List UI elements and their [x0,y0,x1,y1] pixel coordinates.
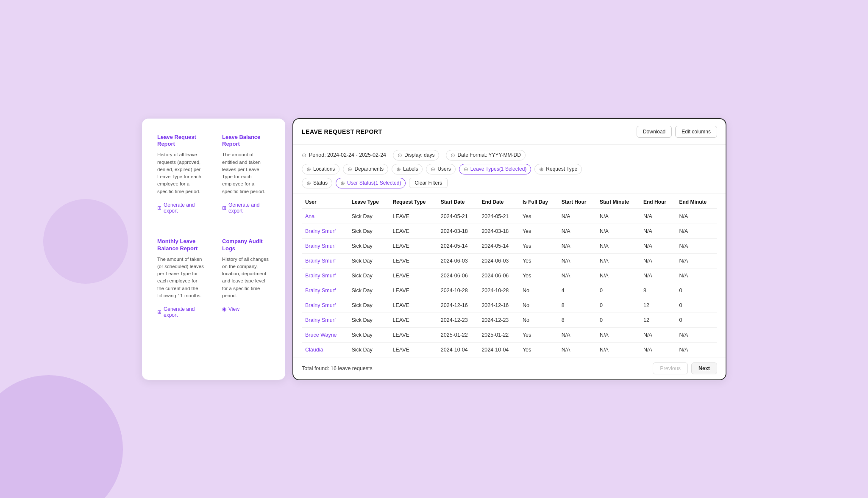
chip-icon: ⊕ [431,166,435,172]
display-icon: ⊙ [398,152,402,158]
cell-start_minute: 0 [596,283,640,298]
filter-chip-user-status(1-selected)[interactable]: ⊕User Status(1 Selected) [336,178,406,188]
cell-start_hour: 4 [558,283,596,298]
cell-end_date: 2025-01-22 [478,327,519,342]
filters-section: ⊙ Period: 2024-02-24 - 2025-02-24 ⊙ Disp… [293,145,726,194]
company-audit-logs-card: Company Audit Logs History of all change… [217,233,275,323]
cell-end_minute: 0 [676,298,718,313]
leave-balance-report-desc: The amount of entitled and taken leaves … [222,151,270,195]
display-value: Display: days [404,152,434,158]
col-header-start_hour: Start Hour [558,194,596,209]
cell-end_minute: N/A [676,342,718,357]
display-chip[interactable]: ⊙ Display: days [393,150,439,160]
cell-user[interactable]: Claudia [302,342,348,357]
period-row: ⊙ Period: 2024-02-24 - 2025-02-24 ⊙ Disp… [302,150,717,160]
cell-request_type: LEAVE [389,268,437,283]
cell-end_hour: 8 [640,283,676,298]
chip-icon: ⊕ [306,166,311,172]
filter-chip-status[interactable]: ⊕Status [302,178,332,188]
cell-is_full_day: Yes [519,209,558,224]
cell-request_type: LEAVE [389,209,437,224]
filter-chip-locations[interactable]: ⊕Locations [302,164,339,174]
cell-end_minute: N/A [676,327,718,342]
cell-start_minute: N/A [596,327,640,342]
chip-label: Status [313,180,328,186]
cell-start_date: 2024-12-16 [437,298,479,313]
chip-label: User Status(1 Selected) [347,180,401,186]
col-header-end_minute: End Minute [676,194,718,209]
col-header-user: User [302,194,348,209]
cell-request_type: LEAVE [389,253,437,268]
filter-chip-leave-types(1-selected)[interactable]: ⊕Leave Types(1 Selected) [459,164,531,174]
col-header-leave_type: Leave Type [348,194,389,209]
cell-end_minute: 0 [676,283,718,298]
company-audit-view-link[interactable]: View [222,306,270,312]
company-audit-logs-title: Company Audit Logs [222,238,270,252]
cell-start_date: 2024-10-28 [437,283,479,298]
previous-button[interactable]: Previous [653,362,688,374]
cell-is_full_day: No [519,313,558,327]
cell-user[interactable]: Brainy Smurf [302,253,348,268]
next-button[interactable]: Next [691,362,717,374]
table-row: Brainy SmurfSick DayLEAVE2024-06-032024-… [302,253,717,268]
cell-start_minute: 0 [596,298,640,313]
cell-user[interactable]: Brainy Smurf [302,298,348,313]
filter-row-2: ⊕Status⊕User Status(1 Selected)Clear Fil… [302,178,717,188]
chip-icon: ⊕ [340,180,345,186]
table-row: Brainy SmurfSick DayLEAVE2024-05-142024-… [302,238,717,253]
cell-end_hour: N/A [640,342,676,357]
cell-start_minute: N/A [596,342,640,357]
cell-leave_type: Sick Day [348,313,389,327]
table-row: Brainy SmurfSick DayLEAVE2024-12-162024-… [302,298,717,313]
chip-label: Departments [354,166,384,172]
cell-is_full_day: No [519,298,558,313]
header-buttons: Download Edit columns [637,126,717,138]
date-format-chip[interactable]: ⊙ Date Format: YYYY-MM-DD [446,150,525,160]
cell-is_full_day: Yes [519,268,558,283]
company-audit-logs-desc: History of all changes on the company, l… [222,256,270,300]
right-panel: LEAVE REQUEST REPORT Download Edit colum… [292,118,726,380]
cell-start_minute: N/A [596,253,640,268]
cell-end_minute: N/A [676,224,718,238]
cell-start_minute: N/A [596,268,640,283]
download-button[interactable]: Download [637,126,672,138]
cell-end_date: 2024-12-23 [478,313,519,327]
cell-user[interactable]: Bruce Wayne [302,327,348,342]
cell-user[interactable]: Brainy Smurf [302,283,348,298]
cell-end_hour: 12 [640,298,676,313]
cell-start_hour: N/A [558,253,596,268]
cell-end_minute: N/A [676,253,718,268]
filter-chip-labels[interactable]: ⊕Labels [392,164,423,174]
cell-user[interactable]: Brainy Smurf [302,224,348,238]
cell-end_date: 2024-10-04 [478,342,519,357]
report-title: LEAVE REQUEST REPORT [302,128,382,135]
col-header-start_date: Start Date [437,194,479,209]
cell-user[interactable]: Brainy Smurf [302,268,348,283]
leave-request-generate-link[interactable]: Generate and export [157,202,205,214]
cell-user[interactable]: Brainy Smurf [302,313,348,327]
cell-start_minute: N/A [596,238,640,253]
cell-end_date: 2024-06-06 [478,268,519,283]
cell-start_date: 2024-05-21 [437,209,479,224]
cell-request_type: LEAVE [389,313,437,327]
edit-columns-button[interactable]: Edit columns [675,126,717,138]
cell-user[interactable]: Brainy Smurf [302,238,348,253]
cell-request_type: LEAVE [389,298,437,313]
cell-start_date: 2024-03-18 [437,224,479,238]
chip-label: Leave Types(1 Selected) [470,166,527,172]
monthly-leave-generate-link[interactable]: Generate and export [157,306,205,318]
filter-chip-request-type[interactable]: ⊕Request Type [534,164,582,174]
table-body: AnaSick DayLEAVE2024-05-212024-05-21YesN… [302,209,717,357]
chip-label: Locations [313,166,335,172]
cell-start_hour: N/A [558,224,596,238]
filter-chip-users[interactable]: ⊕Users [426,164,455,174]
leave-balance-generate-link[interactable]: Generate and export [222,202,270,214]
filter-chip-departments[interactable]: ⊕Departments [343,164,388,174]
cell-end_hour: N/A [640,224,676,238]
cell-user[interactable]: Ana [302,209,348,224]
clear-filters-button[interactable]: Clear Filters [409,178,448,188]
col-header-start_minute: Start Minute [596,194,640,209]
period-value: Period: 2024-02-24 - 2025-02-24 [309,152,386,158]
date-format-icon: ⊙ [451,152,455,158]
cell-is_full_day: No [519,283,558,298]
